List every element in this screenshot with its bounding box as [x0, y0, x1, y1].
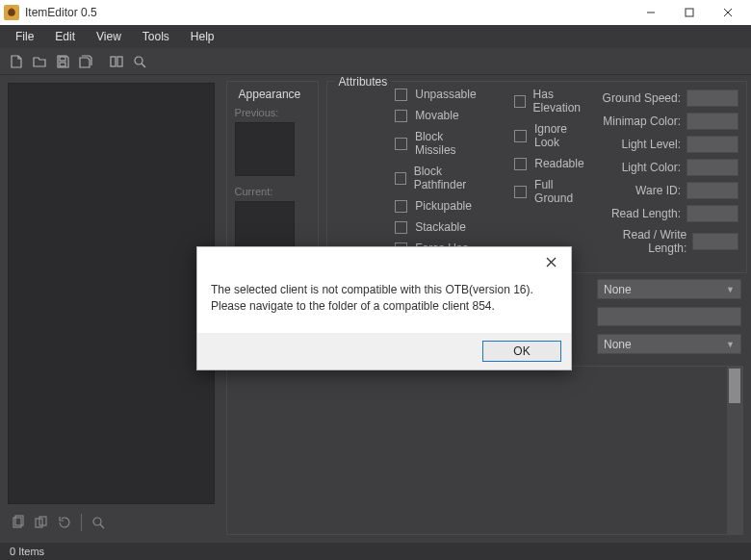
item-list-canvas[interactable] [8, 83, 215, 504]
save-all-icon[interactable] [75, 51, 96, 72]
ck-readable[interactable]: Readable [514, 157, 593, 170]
preview-area [226, 366, 743, 535]
svg-rect-7 [111, 57, 116, 66]
ck-pickupable-label: Pickupable [415, 199, 472, 213]
status-items: 0 Items [10, 546, 44, 557]
light-level-input[interactable] [686, 136, 738, 153]
menu-view[interactable]: View [87, 27, 131, 46]
ck-movable[interactable]: Movable [395, 109, 485, 122]
menu-help[interactable]: Help [181, 27, 224, 46]
previous-swatch [235, 122, 295, 176]
read-length-label: Read Length: [611, 207, 681, 220]
minimap-color-label: Minimap Color: [603, 115, 681, 128]
menu-tools[interactable]: Tools [133, 27, 179, 46]
copy-icon[interactable] [8, 512, 29, 533]
error-dialog: The selected client is not compatible wi… [196, 246, 572, 370]
current-label: Current: [235, 186, 310, 197]
ck-movable-label: Movable [415, 109, 458, 122]
open-folder-icon[interactable] [29, 51, 50, 72]
chevron-down-icon: ▼ [726, 340, 735, 349]
dialog-footer: OK [197, 333, 571, 369]
window-title: ItemEditor 0.5 [25, 6, 632, 19]
text-field[interactable] [597, 307, 741, 326]
light-color-input[interactable] [686, 159, 738, 176]
ck-full-ground[interactable]: Full Ground [514, 178, 593, 205]
app-icon [4, 5, 19, 20]
maximize-button[interactable] [670, 0, 709, 25]
dialog-message: The selected client is not compatible wi… [197, 276, 571, 333]
save-icon[interactable] [52, 51, 73, 72]
combo-2-value: None [604, 338, 632, 351]
chevron-down-icon: ▼ [726, 285, 735, 294]
ck-block-missiles-label: Block Missiles [415, 130, 485, 157]
combo-1[interactable]: None▼ [597, 279, 741, 299]
left-toolbar [8, 504, 215, 535]
titlebar: ItemEditor 0.5 [0, 0, 751, 25]
attributes-group: Attributes Unpassable Movable Block Miss… [326, 81, 747, 273]
ground-speed-label: Ground Speed: [603, 91, 681, 105]
svg-rect-5 [60, 57, 65, 61]
menu-edit[interactable]: Edit [45, 27, 85, 46]
svg-rect-8 [117, 57, 122, 66]
separator [81, 514, 82, 531]
ck-block-missiles[interactable]: Block Missiles [395, 130, 485, 157]
ck-ignore-look-label: Ignore Look [534, 122, 594, 149]
ck-stackable[interactable]: Stackable [395, 220, 485, 234]
dialog-close-button[interactable] [536, 249, 565, 274]
ck-readable-label: Readable [534, 157, 583, 170]
ck-has-elevation[interactable]: Has Elevation [514, 88, 593, 115]
ck-stackable-label: Stackable [415, 220, 466, 234]
close-button[interactable] [709, 0, 747, 25]
ck-block-pathfinder[interactable]: Block Pathfinder [395, 165, 485, 191]
ware-id-label: Ware ID: [635, 184, 681, 197]
svg-rect-2 [686, 9, 693, 16]
dialog-titlebar [197, 247, 571, 276]
search-icon[interactable] [88, 512, 109, 533]
find-icon[interactable] [129, 51, 150, 72]
compare-icon[interactable] [106, 51, 127, 72]
scrollbar-thumb[interactable] [729, 369, 740, 403]
appearance-title: Appearance [235, 88, 305, 101]
combo-2[interactable]: None▼ [597, 334, 741, 354]
rw-length-input[interactable] [692, 233, 738, 250]
svg-rect-6 [60, 63, 65, 66]
svg-point-15 [93, 518, 101, 525]
minimize-button[interactable] [632, 0, 670, 25]
vertical-scrollbar[interactable] [727, 367, 742, 534]
menubar: File Edit View Tools Help [0, 25, 751, 48]
ck-unpassable[interactable]: Unpassable [395, 88, 485, 101]
ck-ignore-look[interactable]: Ignore Look [514, 122, 593, 149]
previous-label: Previous: [235, 107, 310, 118]
menu-file[interactable]: File [6, 27, 43, 46]
ck-unpassable-label: Unpassable [415, 88, 476, 101]
svg-line-10 [142, 64, 145, 67]
status-bar: 0 Items [0, 543, 751, 560]
svg-line-16 [100, 524, 104, 528]
ck-has-elevation-label: Has Elevation [533, 88, 594, 115]
new-file-icon[interactable] [6, 51, 27, 72]
light-color-label: Light Color: [622, 161, 681, 174]
left-panel [0, 75, 222, 543]
ck-pickupable[interactable]: Pickupable [395, 199, 485, 213]
ware-id-input[interactable] [686, 182, 738, 199]
ck-full-ground-label: Full Ground [534, 178, 594, 205]
reload-icon[interactable] [54, 512, 75, 533]
read-length-input[interactable] [686, 205, 738, 222]
combo-1-value: None [604, 283, 632, 296]
minimap-color-input[interactable] [686, 113, 738, 130]
appearance-group: Appearance Previous: Current: [226, 81, 319, 273]
ok-button[interactable]: OK [482, 341, 561, 362]
light-level-label: Light Level: [622, 138, 681, 151]
rw-length-label: Read / Write Length: [594, 228, 687, 255]
attributes-title: Attributes [335, 75, 392, 259]
ground-speed-input[interactable] [686, 89, 738, 107]
ck-block-pathfinder-label: Block Pathfinder [414, 165, 486, 191]
duplicate-icon[interactable] [31, 512, 52, 533]
toolbar [0, 48, 751, 75]
svg-point-9 [135, 57, 142, 64]
